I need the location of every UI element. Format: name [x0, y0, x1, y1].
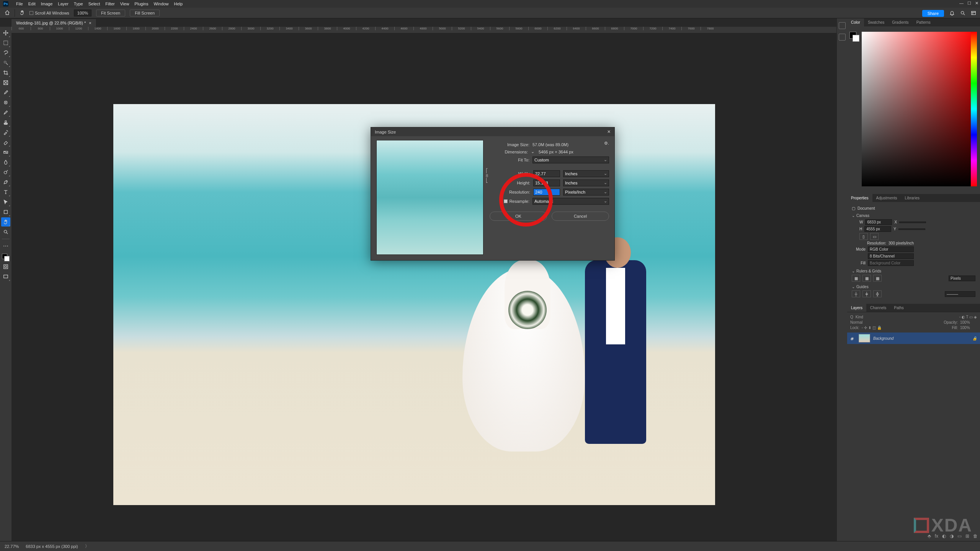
visibility-icon[interactable]: ◉ [850, 336, 856, 341]
canvas-width[interactable]: 6833 px [865, 219, 892, 225]
tab-properties[interactable]: Properties [847, 194, 872, 202]
move-tool[interactable] [1, 28, 10, 37]
hue-slider[interactable] [971, 32, 977, 186]
dialog-close-icon[interactable]: ✕ [607, 129, 611, 134]
shape-tool[interactable] [1, 207, 10, 217]
menu-image[interactable]: Image [41, 2, 53, 6]
color-swatches[interactable] [2, 254, 10, 261]
menu-view[interactable]: View [120, 2, 129, 6]
guide-style[interactable]: ——— [945, 291, 975, 297]
opacity-input[interactable]: 100% [960, 320, 977, 324]
bell-icon[interactable] [949, 10, 955, 17]
color-picker[interactable] [847, 26, 980, 194]
blend-mode-select[interactable]: Normal [850, 320, 885, 324]
menu-window[interactable]: Window [154, 2, 168, 6]
fill-screen-button[interactable]: Fill Screen [130, 10, 160, 16]
path-select-tool[interactable] [1, 197, 10, 207]
eraser-tool[interactable] [1, 138, 10, 147]
history-brush-tool[interactable] [1, 128, 10, 137]
brush-tool[interactable] [1, 108, 10, 117]
tab-swatches[interactable]: Swatches [864, 18, 888, 26]
bit-depth-select[interactable]: 8 Bits/Channel [868, 253, 914, 259]
tab-adjustments[interactable]: Adjustments [872, 194, 901, 202]
menu-filter[interactable]: Filter [105, 2, 114, 6]
quick-mask-icon[interactable] [1, 262, 10, 271]
width-input[interactable]: 22.77 [533, 170, 560, 177]
menu-select[interactable]: Select [88, 2, 100, 6]
canvas-y[interactable] [898, 228, 925, 230]
cancel-button[interactable]: Cancel [552, 212, 609, 221]
fit-to-select[interactable]: Custom [532, 156, 609, 163]
hand-tool[interactable] [1, 217, 10, 227]
canvas-area[interactable] [11, 33, 836, 541]
stamp-tool[interactable] [1, 118, 10, 127]
grid2-icon[interactable]: ▦ [873, 275, 882, 282]
resample-select[interactable]: Automatic [532, 198, 609, 205]
panel-icon[interactable] [839, 22, 846, 29]
ruler-units-select[interactable]: Pixels [949, 276, 975, 281]
share-button[interactable]: Share [922, 10, 944, 17]
tab-gradients[interactable]: Gradients [888, 18, 912, 26]
dodge-tool[interactable] [1, 168, 10, 177]
tab-color[interactable]: Color [847, 18, 864, 26]
close-icon[interactable]: ✕ [975, 1, 978, 6]
grid-icon[interactable]: ▦ [862, 275, 871, 282]
menu-type[interactable]: Type [74, 2, 83, 6]
marquee-tool[interactable] [1, 38, 10, 47]
chevron-down-icon[interactable]: ⌄ [531, 149, 536, 154]
menu-file[interactable]: File [16, 2, 23, 6]
frame-tool[interactable] [1, 78, 10, 87]
eyedropper-tool[interactable] [1, 88, 10, 97]
resample-checkbox[interactable] [504, 199, 508, 203]
zoom-tool[interactable] [1, 227, 10, 236]
delete-layer-icon[interactable]: 🗑 [973, 533, 978, 539]
document-tab[interactable]: Wedding-181.jpg @ 22.8% (RGB/8) * × [11, 19, 96, 27]
tab-layers[interactable]: Layers [847, 304, 866, 312]
hand-tool-icon[interactable] [20, 10, 25, 16]
status-dimensions[interactable]: 6833 px x 4555 px (300 ppi) [26, 544, 78, 549]
menu-layer[interactable]: Layer [58, 2, 69, 6]
width-units-select[interactable]: Inches [563, 170, 609, 177]
edit-toolbar-icon[interactable]: ⋯ [1, 241, 10, 251]
guide-icon[interactable]: ┿ [862, 290, 871, 297]
link-icon[interactable]: ⎡8⎣ [486, 168, 488, 183]
scroll-all-windows-checkbox[interactable]: Scroll All Windows [29, 11, 69, 15]
menu-plugins[interactable]: Plugins [134, 2, 148, 6]
guide-icon[interactable]: ╬ [873, 290, 882, 297]
status-zoom[interactable]: 22.77% [5, 544, 19, 549]
resolution-input[interactable]: 240 [533, 189, 560, 196]
height-units-select[interactable]: Inches [563, 179, 609, 186]
fill-select[interactable]: Background Color [868, 260, 914, 266]
tab-close-icon[interactable]: × [89, 21, 91, 25]
height-input[interactable]: 15.183 [533, 179, 560, 186]
fit-screen-button[interactable]: Fit Screen [96, 10, 125, 16]
gear-icon[interactable]: ⚙. [604, 141, 609, 146]
fill-input[interactable]: 100% [960, 326, 977, 330]
pen-tool[interactable] [1, 178, 10, 187]
layer-row[interactable]: ◉ Background 🔒 [847, 333, 980, 344]
tab-paths[interactable]: Paths [890, 304, 908, 312]
lasso-tool[interactable] [1, 48, 10, 57]
ok-button[interactable]: OK [490, 212, 547, 221]
search-icon[interactable] [960, 10, 965, 17]
healing-tool[interactable] [1, 98, 10, 107]
landscape-icon[interactable]: ▭ [870, 233, 879, 240]
menu-edit[interactable]: Edit [28, 2, 36, 6]
portrait-icon[interactable]: ▯ [859, 233, 868, 240]
canvas-x[interactable] [899, 222, 926, 223]
type-tool[interactable] [1, 187, 10, 197]
menu-help[interactable]: Help [174, 2, 183, 6]
quick-select-tool[interactable] [1, 58, 10, 67]
maximize-icon[interactable]: ☐ [967, 1, 971, 6]
resolution-units-select[interactable]: Pixels/Inch [563, 189, 609, 196]
tab-libraries[interactable]: Libraries [901, 194, 923, 202]
panel-icon[interactable] [839, 34, 846, 41]
screen-mode-icon[interactable] [1, 272, 10, 281]
ruler-mode-icon[interactable]: ▦ [852, 275, 860, 282]
tab-patterns[interactable]: Patterns [913, 18, 934, 26]
gradient-tool[interactable] [1, 148, 10, 157]
home-icon[interactable] [5, 10, 10, 16]
color-mode-select[interactable]: RGB Color [868, 246, 914, 252]
tab-channels[interactable]: Channels [866, 304, 890, 312]
color-field[interactable] [862, 32, 977, 186]
